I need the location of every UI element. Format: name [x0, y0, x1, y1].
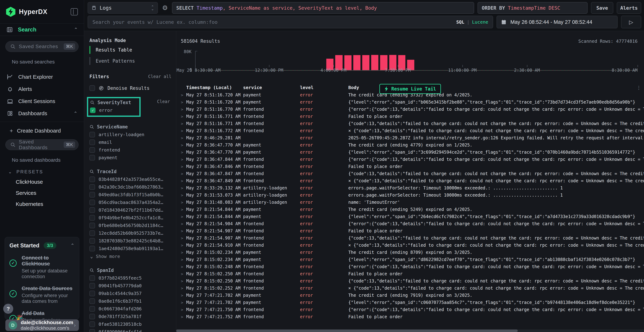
row-expand-caret[interactable]: >: [181, 207, 186, 212]
table-row[interactable]: >May 27 8:36:47.849 AMfrontenderror× {"c…: [176, 177, 644, 184]
sql-mode-toggle[interactable]: SQL: [456, 20, 464, 25]
checkbox[interactable]: [90, 85, 95, 91]
row-expand-caret[interactable]: >: [181, 164, 186, 169]
lucene-search-input[interactable]: Search your events w/ Lucene ex. column:…: [88, 16, 493, 28]
filter-option[interactable]: 1ae42480d758e9ab91193a1…: [90, 245, 172, 252]
table-row[interactable]: >May 27 7:47:21.750 AMfrontenderror{"err…: [176, 306, 644, 313]
filter-option[interactable]: ✓error: [90, 106, 138, 114]
chevron-up-icon[interactable]: ⌃: [74, 27, 78, 32]
checkbox[interactable]: [90, 238, 95, 244]
table-row[interactable]: >May 27 8:51:16.771 AMfrontenderrorFaile…: [176, 113, 644, 120]
row-expand-caret[interactable]: >: [181, 179, 186, 183]
table-row[interactable]: >May 27 8:15:02.234 AMpaymenterror{"leve…: [176, 256, 644, 263]
create-dashboard-button[interactable]: + Create Dashboard: [10, 125, 78, 136]
table-row[interactable]: >May 27 8:36:47.770 AMpaymenterror{"leve…: [176, 149, 644, 156]
table-row[interactable]: >May 27 8:21:54.904 AMfrontenderror{"err…: [176, 220, 644, 227]
checkbox[interactable]: [90, 132, 95, 138]
checkbox[interactable]: [90, 192, 95, 198]
row-expand-caret[interactable]: >: [181, 264, 186, 269]
checkbox[interactable]: [90, 230, 95, 236]
row-expand-caret[interactable]: >: [181, 157, 186, 162]
row-expand-caret[interactable]: >: [181, 150, 186, 154]
horizontal-scrollbar[interactable]: [176, 330, 644, 332]
sidebar-item-chart-explorer[interactable]: Chart Explorer: [5, 71, 78, 83]
filter-option[interactable]: 0f94b9befe0b4252ccfa1c8…: [90, 214, 172, 222]
filter-option[interactable]: 0de781ff325a781f: [90, 313, 172, 320]
alerts-button[interactable]: Alerts: [617, 2, 641, 14]
row-expand-caret[interactable]: >: [181, 308, 186, 312]
severity-clear-link[interactable]: Clear: [157, 99, 170, 104]
table-row[interactable]: >May 27 8:36:47.847 AMfrontenderror{"cod…: [176, 170, 644, 177]
mode-event-patterns[interactable]: Event Patterns: [90, 57, 172, 65]
row-expand-caret[interactable]: >: [181, 143, 186, 148]
row-expand-caret[interactable]: >: [181, 229, 186, 233]
help-button[interactable]: ?: [3, 304, 13, 314]
filter-option[interactable]: 09ab1c4544c9a357: [90, 290, 172, 297]
row-expand-caret[interactable]: >: [181, 200, 186, 205]
filter-option[interactable]: 07d184304627bf2f11b67dd…: [90, 206, 172, 214]
sidebar-collapse-icon[interactable]: [71, 8, 78, 16]
filter-option[interactable]: 03b44828f42a3573ea655ce…: [90, 176, 172, 183]
sidebar-item-client-sessions[interactable]: Client Sessions: [5, 95, 78, 107]
table-row[interactable]: >May 27 8:51:16.772 AMfrontenderror× {"c…: [176, 127, 644, 134]
chevron-up-icon[interactable]: ⌃: [74, 111, 78, 116]
row-expand-caret[interactable]: >: [181, 315, 186, 319]
column-header-level[interactable]: level: [300, 85, 348, 90]
checkbox[interactable]: [90, 322, 95, 327]
table-row[interactable]: >May 27 8:36:47.846 AMfrontenderrorFaile…: [176, 163, 644, 170]
mode-results-table[interactable]: Results Table: [90, 46, 172, 54]
sidebar-item-services[interactable]: Services: [16, 188, 78, 198]
row-expand-caret[interactable]: >: [181, 300, 186, 305]
table-row[interactable]: >May 27 8:21:54.844 AMpaymenterror{"leve…: [176, 213, 644, 220]
row-expand-caret[interactable]: >: [181, 250, 186, 255]
checkbox[interactable]: [90, 176, 95, 182]
table-row[interactable]: >May 27 8:15:02.248 AMfrontenderror{"err…: [176, 263, 644, 270]
lucene-mode-toggle[interactable]: Lucene: [472, 20, 488, 25]
table-row[interactable]: >May 27 8:31:48.083 AMartillery-loadgene…: [176, 199, 644, 206]
row-expand-caret[interactable]: >: [181, 172, 186, 176]
row-expand-caret[interactable]: >: [181, 279, 186, 283]
saved-dashboards-input[interactable]: Saved Dashboards ⌘K: [5, 139, 78, 150]
sidebar-item-kubernetes[interactable]: Kubernetes: [16, 198, 78, 210]
source-select[interactable]: Logs ⌃⌄: [88, 2, 158, 14]
checkbox[interactable]: [90, 215, 95, 220]
table-row[interactable]: >May 27 8:21:54.907 AMfrontenderror{"cod…: [176, 234, 644, 242]
date-range-picker[interactable]: May 26 08:52:44 - May 27 08:52:44: [496, 16, 618, 28]
row-expand-caret[interactable]: >: [181, 236, 186, 240]
table-row[interactable]: >May 27 8:36:47.770 AMpaymenterrorThe cr…: [176, 142, 644, 149]
checkbox[interactable]: [90, 275, 95, 281]
column-separator[interactable]: ⋮: [636, 85, 641, 90]
sidebar-item-clickhouse[interactable]: ClickHouse: [16, 176, 78, 188]
checkbox[interactable]: [90, 246, 95, 251]
presets-section-toggle[interactable]: ⌄ PRESETS: [8, 169, 78, 174]
table-row[interactable]: >May 27 8:33:29.132 AMartillery-loadgene…: [176, 184, 644, 192]
source-settings-gear-icon[interactable]: ⚙: [161, 4, 168, 12]
table-row[interactable]: >May 27 8:15:02.252 AMfrontenderror× {"c…: [176, 284, 644, 292]
filter-option[interactable]: email: [90, 138, 172, 146]
table-row[interactable]: >May 27 8:51:16.720 AMpaymenterror{"leve…: [176, 98, 644, 106]
row-expand-caret[interactable]: >: [181, 186, 186, 190]
filter-option[interactable]: 049ed0ac3fdb1f3f15a0b0b…: [90, 191, 172, 198]
checkbox[interactable]: [90, 223, 95, 228]
filter-option[interactable]: 0c0667304fafd206: [90, 305, 172, 313]
row-expand-caret[interactable]: >: [181, 258, 186, 262]
row-expand-caret[interactable]: >: [181, 136, 186, 140]
filter-option[interactable]: 0ff8990066efcf1d: [90, 328, 172, 332]
table-row[interactable]: >May 27 7:47:21.702 AMpaymenterror{"leve…: [176, 299, 644, 306]
chevron-up-icon[interactable]: ⌃: [70, 243, 74, 248]
row-expand-caret[interactable]: >: [181, 128, 186, 133]
get-started-step[interactable]: ✓ Connect to ClickHouse Set up your data…: [10, 255, 74, 280]
filter-option[interactable]: 03f7b824595feec5: [90, 274, 172, 282]
checkbox[interactable]: [90, 140, 95, 145]
save-button[interactable]: Save: [591, 2, 613, 14]
checkbox[interactable]: [90, 283, 95, 288]
row-expand-caret[interactable]: >: [181, 286, 186, 290]
checkbox[interactable]: [90, 147, 95, 153]
user-menu[interactable]: D dale@clickhouse.com dale@clickhouse.co…: [5, 320, 79, 331]
row-expand-caret[interactable]: >: [181, 114, 186, 119]
sidebar-item-alerts[interactable]: Alerts: [5, 83, 78, 95]
checkbox[interactable]: [90, 314, 95, 319]
table-row[interactable]: >May 27 8:36:47.844 AMfrontenderror{"err…: [176, 156, 644, 163]
table-row[interactable]: >May 27 8:15:02.234 AMpaymenterrorThe cr…: [176, 249, 644, 256]
table-row[interactable]: >May 27 8:51:16.771 AMfrontenderror{"cod…: [176, 120, 644, 127]
